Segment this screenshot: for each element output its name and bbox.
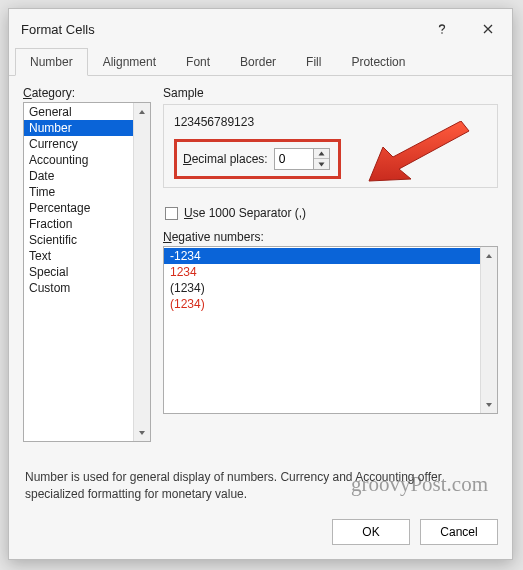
category-item[interactable]: Currency bbox=[24, 136, 133, 152]
sample-label: Sample bbox=[163, 86, 498, 100]
tab-font[interactable]: Font bbox=[171, 48, 225, 76]
sample-value: 123456789123 bbox=[174, 115, 487, 129]
svg-point-0 bbox=[441, 32, 443, 34]
options-panel: Sample 123456789123 Decimal places: bbox=[163, 86, 498, 455]
format-cells-dialog: Format Cells Number Alignment Font Borde… bbox=[8, 8, 513, 560]
scrollbar[interactable] bbox=[133, 103, 150, 441]
decimal-places-spinner[interactable] bbox=[274, 148, 330, 170]
category-item[interactable]: Custom bbox=[24, 280, 133, 296]
tab-fill[interactable]: Fill bbox=[291, 48, 336, 76]
thousand-separator-label: Use 1000 Separator (,) bbox=[184, 206, 306, 220]
scroll-up-icon[interactable] bbox=[481, 247, 497, 264]
tab-alignment[interactable]: Alignment bbox=[88, 48, 171, 76]
close-icon bbox=[482, 23, 494, 35]
category-item[interactable]: Fraction bbox=[24, 216, 133, 232]
category-listbox[interactable]: General Number Currency Accounting Date … bbox=[23, 102, 151, 442]
scroll-down-icon[interactable] bbox=[134, 424, 150, 441]
question-icon bbox=[436, 23, 448, 35]
ok-button[interactable]: OK bbox=[332, 519, 410, 545]
dialog-footer: OK Cancel bbox=[9, 511, 512, 559]
negative-item[interactable]: 1234 bbox=[164, 264, 480, 280]
titlebar: Format Cells bbox=[9, 9, 512, 47]
tab-border[interactable]: Border bbox=[225, 48, 291, 76]
spin-down-icon[interactable] bbox=[314, 159, 329, 169]
category-item[interactable]: Scientific bbox=[24, 232, 133, 248]
negative-item[interactable]: (1234) bbox=[164, 296, 480, 312]
decimal-places-input[interactable] bbox=[274, 148, 314, 170]
cancel-button[interactable]: Cancel bbox=[420, 519, 498, 545]
tab-number[interactable]: Number bbox=[15, 48, 88, 76]
dialog-title: Format Cells bbox=[21, 22, 95, 37]
negative-item[interactable]: -1234 bbox=[164, 248, 480, 264]
scroll-down-icon[interactable] bbox=[481, 396, 497, 413]
category-item[interactable]: Accounting bbox=[24, 152, 133, 168]
category-list: General Number Currency Accounting Date … bbox=[24, 103, 133, 441]
close-button[interactable] bbox=[474, 17, 502, 41]
dialog-body: Category: General Number Currency Accoun… bbox=[9, 76, 512, 455]
format-description: Number is used for general display of nu… bbox=[9, 455, 512, 511]
category-label: Category: bbox=[23, 86, 151, 100]
window-controls bbox=[428, 17, 502, 41]
negative-numbers-list: -1234 1234 (1234) (1234) bbox=[164, 247, 480, 413]
decimal-places-group: Decimal places: bbox=[174, 139, 341, 179]
spin-up-icon[interactable] bbox=[314, 149, 329, 159]
negative-numbers-label: Negative numbers: bbox=[163, 230, 498, 244]
category-item[interactable]: Time bbox=[24, 184, 133, 200]
thousand-separator-checkbox[interactable] bbox=[165, 207, 178, 220]
category-item[interactable]: Text bbox=[24, 248, 133, 264]
thousand-separator-row[interactable]: Use 1000 Separator (,) bbox=[165, 206, 498, 220]
negative-numbers-listbox[interactable]: -1234 1234 (1234) (1234) bbox=[163, 246, 498, 414]
category-panel: Category: General Number Currency Accoun… bbox=[23, 86, 151, 455]
category-item[interactable]: Special bbox=[24, 264, 133, 280]
help-button[interactable] bbox=[428, 17, 456, 41]
category-item[interactable]: General bbox=[24, 104, 133, 120]
category-item[interactable]: Number bbox=[24, 120, 133, 136]
category-item[interactable]: Percentage bbox=[24, 200, 133, 216]
scrollbar[interactable] bbox=[480, 247, 497, 413]
tab-protection[interactable]: Protection bbox=[336, 48, 420, 76]
negative-item[interactable]: (1234) bbox=[164, 280, 480, 296]
scroll-up-icon[interactable] bbox=[134, 103, 150, 120]
decimal-places-label: Decimal places: bbox=[183, 152, 268, 166]
sample-box: 123456789123 Decimal places: bbox=[163, 104, 498, 188]
category-item[interactable]: Date bbox=[24, 168, 133, 184]
tab-strip: Number Alignment Font Border Fill Protec… bbox=[9, 47, 512, 76]
